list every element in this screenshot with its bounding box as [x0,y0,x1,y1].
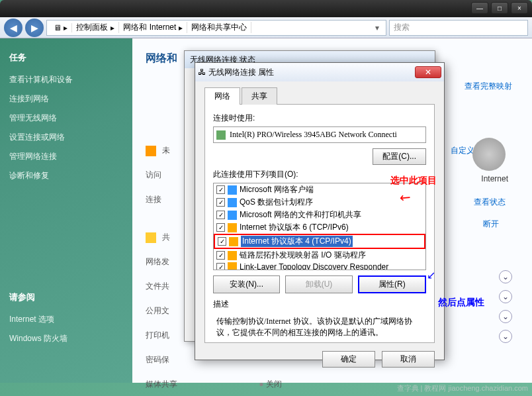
dialog-titlebar[interactable]: 🖧 无线网络连接 属性 ✕ [195,63,444,81]
see-also-heading: 请参阅 [9,291,123,303]
properties-dialog: 🖧 无线网络连接 属性 ✕ 网络 共享 连接时使用: Intel(R) PRO/… [195,62,445,360]
back-button[interactable]: ◀ [4,19,22,37]
dialog-icon: 🖧 [198,68,206,77]
chevron-icon[interactable]: ⌄ [499,290,512,303]
service-icon [228,211,237,220]
protocol-icon [229,237,238,246]
sidebar-item-manage[interactable]: 管理网络连接 [9,147,123,166]
minimize-button[interactable]: — [471,2,488,14]
tab-network[interactable]: 网络 [204,87,240,105]
list-item[interactable]: ✓QoS 数据包计划程序 [214,196,425,209]
items-listbox[interactable]: ✓Microsoft 网络客户端 ✓QoS 数据包计划程序 ✓Microsoft… [213,183,426,270]
watermark: 查字典 | 教程网 jiaocheng.chazidian.com [397,383,529,393]
search-input[interactable]: 搜索 [389,20,528,36]
view-status-link[interactable]: 查看状态 [474,194,506,211]
internet-label: Internet [481,174,508,183]
sharing-heading: 共 [162,232,170,242]
configure-button[interactable]: 配置(C)... [373,148,426,165]
arrow-icon: ↙ [427,269,435,281]
ok-button[interactable]: 确定 [322,351,375,368]
checkbox-icon[interactable]: ✓ [216,211,225,219]
adapter-label: 连接时使用: [213,113,426,124]
close-button[interactable]: × [511,2,528,14]
adapter-field: Intel(R) PRO/Wireless 3945ABG Network Co… [213,126,426,143]
checkbox-icon[interactable]: ✓ [216,263,225,271]
customize-link[interactable]: 自定义 [451,143,474,158]
unknown-label: 未 [162,146,170,155]
nav-bar: ◀ ▶ 🖥 ▸ 控制面板 ▸ 网络和 Internet ▸ 网络和共享中心 ▾ … [0,17,532,38]
protocol-icon [228,251,237,260]
tab-sharing[interactable]: 共享 [242,87,277,105]
sidebar: 任务 查看计算机和设备 连接到网络 管理无线网络 设置连接或网络 管理网络连接 … [0,38,132,383]
internet-globe-icon [472,138,506,171]
breadcrumb-icon[interactable]: 🖥 ▸ [50,23,72,32]
dialog-close-button[interactable]: ✕ [415,66,441,78]
crumb-0[interactable]: 控制面板 ▸ [72,22,119,33]
window-titlebar: — □ × [0,0,532,17]
sharing-icon [146,232,156,243]
list-item[interactable]: ✓链路层拓扑发现映射器 I/O 驱动程序 [214,249,425,262]
protocol-icon [228,262,237,270]
sidebar-item-firewall[interactable]: Windows 防火墙 [9,329,123,348]
adapter-icon [216,130,226,140]
sidebar-item-diagnose[interactable]: 诊断和修复 [9,166,123,185]
adapter-name: Intel(R) PRO/Wireless 3945ABG Network Co… [230,130,397,140]
checkbox-icon[interactable]: ✓ [216,185,225,194]
sidebar-item-inet-options[interactable]: Internet 选项 [9,310,123,329]
list-item[interactable]: ✓Link-Layer Topology Discovery Responder [214,262,425,270]
disconnect-link[interactable]: 断开 [483,216,499,232]
checkbox-icon[interactable]: ✓ [216,251,225,260]
install-button[interactable]: 安装(N)... [213,275,280,293]
chevron-icon[interactable]: ⌄ [499,330,512,343]
annotation-props: 然后点属性 [438,297,484,309]
list-item[interactable]: ✓Microsoft 网络的文件和打印机共享 [214,209,425,221]
annotation-select: 选中此项目 [390,175,437,187]
breadcrumb[interactable]: 🖥 ▸ 控制面板 ▸ 网络和 Internet ▸ 网络和共享中心 ▾ [46,20,386,36]
list-item-ipv4[interactable]: ✓Internet 协议版本 4 (TCP/IPv4) [214,234,425,249]
chevron-icon[interactable]: ⌄ [499,270,512,283]
protocol-icon [228,223,237,232]
maximize-button[interactable]: □ [491,2,508,14]
list-item[interactable]: ✓Internet 协议版本 6 (TCP/IPv6) [214,221,425,234]
properties-button[interactable]: 属性(R) [358,275,426,293]
chevron-icon[interactable]: ⌄ [499,310,512,323]
description-heading: 描述 [213,299,426,310]
forward-button[interactable]: ▶ [25,19,44,37]
dialog-title: 无线网络连接 属性 [206,67,415,78]
sidebar-item-connect[interactable]: 连接到网络 [9,89,123,109]
network-icon [146,146,156,156]
sidebar-item-setup[interactable]: 设置连接或网络 [9,128,123,147]
crumb-2[interactable]: 网络和共享中心 [187,22,251,33]
service-icon [228,198,237,207]
sidebar-item-devices[interactable]: 查看计算机和设备 [9,70,123,89]
uninstall-button: 卸载(U) [285,275,352,293]
cancel-button[interactable]: 取消 [382,351,435,368]
checkbox-icon[interactable]: ✓ [218,237,226,246]
service-icon [228,185,237,195]
crumb-1[interactable]: 网络和 Internet ▸ [119,22,187,33]
view-full-map-link[interactable]: 查看完整映射 [465,78,512,95]
description-text: 传输控制协议/Internet 协议。该协议是默认的广域网络协议，它提供在不同的… [213,313,426,342]
tasks-heading: 任务 [9,52,123,64]
checkbox-icon[interactable]: ✓ [216,198,225,207]
sidebar-item-wireless[interactable]: 管理无线网络 [9,109,123,128]
checkbox-icon[interactable]: ✓ [216,223,225,232]
